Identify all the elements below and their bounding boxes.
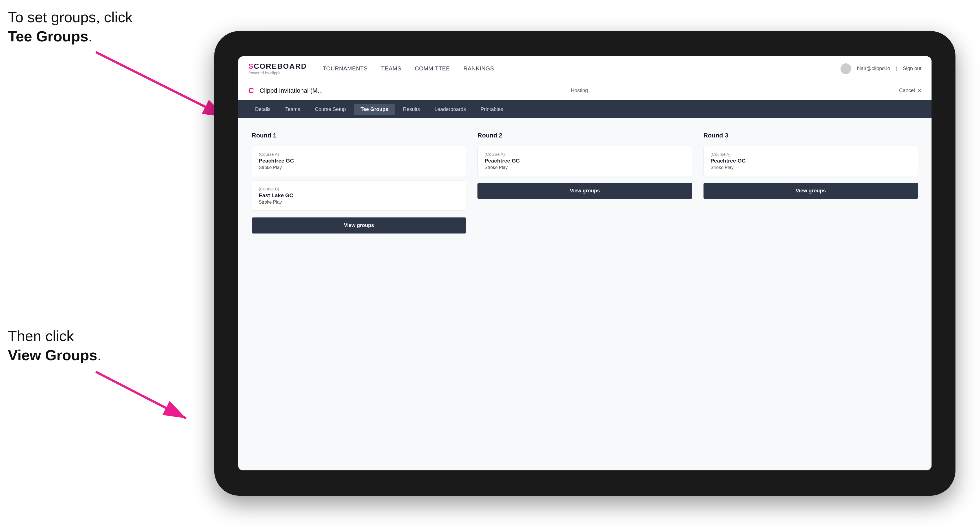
tab-teams[interactable]: Teams (278, 104, 307, 114)
tab-leaderboards[interactable]: Leaderboards (428, 104, 473, 114)
logo-area: SCOREBOARD Powered by clippit (248, 62, 307, 75)
round-2-course-a-label: (Course A) (485, 152, 685, 157)
round-2-course-a-format: Stroke Play (485, 165, 685, 170)
round-3-course-a-label: (Course A) (711, 152, 911, 157)
nav-committee[interactable]: COMMITTEE (415, 65, 450, 72)
instruction-top-line1: To set groups, click (8, 9, 132, 25)
round-1-view-groups-button[interactable]: View groups (252, 217, 466, 233)
round-3-view-groups-button[interactable]: View groups (703, 183, 918, 199)
round-2-course-a-name: Peachtree GC (485, 158, 685, 164)
tab-tee-groups[interactable]: Tee Groups (354, 104, 395, 114)
tournament-bar: C Clippd Invitational (M... Hosting Canc… (238, 81, 932, 100)
logo-sub: Powered by clippit (248, 71, 307, 75)
cancel-button[interactable]: Cancel ✕ (899, 87, 921, 94)
round-2-title: Round 2 (477, 132, 692, 139)
instruction-top-punct: . (88, 28, 92, 44)
round-3-title: Round 3 (703, 132, 918, 139)
nav-teams[interactable]: TEAMS (381, 65, 401, 72)
round-3-course-a-card: (Course A) Peachtree GC Stroke Play (703, 146, 918, 176)
tablet-screen: SCOREBOARD Powered by clippit TOURNAMENT… (238, 56, 932, 470)
main-content: Round 1 (Course A) Peachtree GC Stroke P… (238, 118, 932, 470)
instruction-bottom-line1: Then click (8, 328, 74, 344)
round-1-course-b-name: East Lake GC (259, 192, 459, 198)
logo-text: SCOREBOARD (248, 62, 307, 71)
round-1-column: Round 1 (Course A) Peachtree GC Stroke P… (252, 132, 466, 233)
round-1-course-a-label: (Course A) (259, 152, 459, 157)
user-avatar (840, 63, 851, 74)
user-email: blair@clippd.io (857, 66, 890, 71)
svg-line-1 (96, 52, 226, 117)
tab-printables[interactable]: Printables (474, 104, 510, 114)
round-1-course-b-format: Stroke Play (259, 200, 459, 205)
tab-results[interactable]: Results (396, 104, 427, 114)
round-1-course-a-format: Stroke Play (259, 165, 459, 170)
round-3-course-a-format: Stroke Play (711, 165, 911, 170)
round-2-view-groups-button[interactable]: View groups (477, 183, 692, 199)
instruction-bottom-punct: . (97, 347, 101, 364)
tab-course-setup[interactable]: Course Setup (308, 104, 353, 114)
close-icon: ✕ (917, 87, 921, 94)
round-1-course-a-name: Peachtree GC (259, 158, 459, 164)
instruction-bottom-bold: View Groups (8, 347, 97, 364)
round-1-course-a-card: (Course A) Peachtree GC Stroke Play (252, 146, 466, 176)
instruction-top-bold: Tee Groups (8, 28, 88, 44)
round-1-title: Round 1 (252, 132, 466, 139)
tablet-frame: SCOREBOARD Powered by clippit TOURNAMENT… (214, 31, 956, 496)
round-3-course-a-name: Peachtree GC (711, 158, 911, 164)
nav-links: TOURNAMENTS TEAMS COMMITTEE RANKINGS (323, 65, 840, 72)
arrow-top-icon (88, 44, 234, 122)
round-3-column: Round 3 (Course A) Peachtree GC Stroke P… (703, 132, 918, 233)
arrow-bottom-icon (88, 364, 194, 425)
sign-out-link[interactable]: Sign out (903, 66, 921, 71)
instruction-top: To set groups, click Tee Groups. (8, 8, 132, 46)
instruction-bottom: Then click View Groups. (8, 327, 101, 365)
rounds-grid: Round 1 (Course A) Peachtree GC Stroke P… (252, 132, 918, 233)
round-2-column: Round 2 (Course A) Peachtree GC Stroke P… (477, 132, 692, 233)
nav-rankings[interactable]: RANKINGS (463, 65, 494, 72)
round-1-course-b-label: (Course B) (259, 186, 459, 191)
round-1-course-b-card: (Course B) East Lake GC Stroke Play (252, 181, 466, 211)
tab-details[interactable]: Details (248, 104, 277, 114)
nav-tournaments[interactable]: TOURNAMENTS (323, 65, 368, 72)
svg-line-3 (96, 372, 186, 418)
hosting-badge: Hosting (571, 87, 588, 94)
top-nav: SCOREBOARD Powered by clippit TOURNAMENT… (238, 56, 932, 81)
tournament-name: Clippd Invitational (M... (259, 87, 571, 94)
tab-bar: Details Teams Course Setup Tee Groups Re… (238, 100, 932, 118)
cancel-label: Cancel (899, 87, 915, 94)
nav-right: blair@clippd.io | Sign out (840, 63, 921, 74)
tournament-logo-letter: C (248, 86, 254, 95)
round-2-course-a-card: (Course A) Peachtree GC Stroke Play (477, 146, 692, 176)
